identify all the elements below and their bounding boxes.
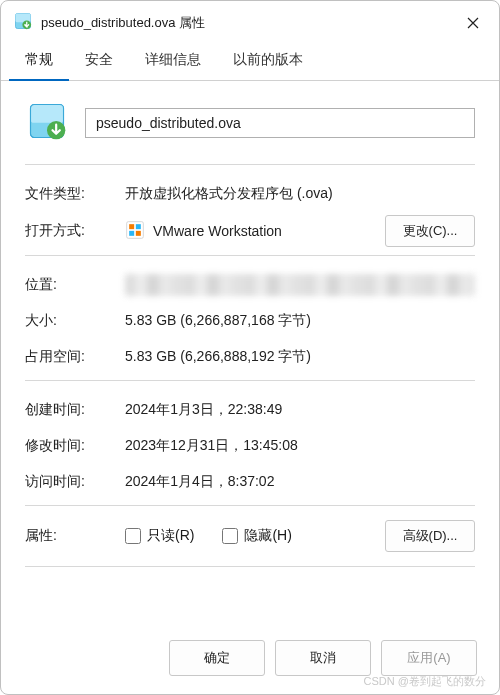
label-created: 创建时间:	[25, 401, 125, 419]
label-filetype: 文件类型:	[25, 185, 125, 203]
row-sizeondisk: 占用空间: 5.83 GB (6,266,888,192 字节)	[25, 342, 475, 372]
hidden-label: 隐藏(H)	[244, 527, 291, 545]
separator	[25, 164, 475, 165]
ok-button[interactable]: 确定	[169, 640, 265, 676]
cancel-button[interactable]: 取消	[275, 640, 371, 676]
readonly-label: 只读(R)	[147, 527, 194, 545]
value-filetype: 开放虚拟化格式分发程序包 (.ova)	[125, 185, 475, 203]
svg-rect-11	[136, 230, 141, 235]
row-accessed: 访问时间: 2024年1月4日，8:37:02	[25, 467, 475, 497]
advanced-button[interactable]: 高级(D)...	[385, 520, 475, 552]
filename-input[interactable]	[85, 108, 475, 138]
value-sizeondisk: 5.83 GB (6,266,888,192 字节)	[125, 348, 475, 366]
row-filetype: 文件类型: 开放虚拟化格式分发程序包 (.ova)	[25, 179, 475, 209]
svg-rect-8	[129, 224, 134, 229]
tab-bar: 常规 安全 详细信息 以前的版本	[1, 42, 499, 81]
value-size: 5.83 GB (6,266,887,168 字节)	[125, 312, 475, 330]
openswith-app: VMware Workstation	[153, 223, 282, 239]
titlebar: pseudo_distributed.ova 属性	[1, 1, 499, 42]
close-icon	[467, 17, 479, 29]
apply-button[interactable]: 应用(A)	[381, 640, 477, 676]
label-attributes: 属性:	[25, 527, 125, 545]
window-title: pseudo_distributed.ova 属性	[41, 14, 451, 32]
dialog-footer: 确定 取消 应用(A)	[1, 626, 499, 694]
svg-rect-4	[31, 105, 64, 123]
value-location	[125, 274, 475, 296]
attribute-checks: 只读(R) 隐藏(H) 高级(D)...	[125, 520, 475, 552]
label-size: 大小:	[25, 312, 125, 330]
tab-details[interactable]: 详细信息	[129, 43, 217, 81]
separator	[25, 380, 475, 381]
label-sizeondisk: 占用空间:	[25, 348, 125, 366]
file-type-icon	[25, 99, 69, 146]
properties-dialog: pseudo_distributed.ova 属性 常规 安全 详细信息 以前的…	[0, 0, 500, 695]
row-attributes: 属性: 只读(R) 隐藏(H) 高级(D)...	[25, 520, 475, 552]
readonly-checkbox[interactable]	[125, 528, 141, 544]
value-created: 2024年1月3日，22:38:49	[125, 401, 475, 419]
window-icon	[13, 11, 33, 34]
change-button[interactable]: 更改(C)...	[385, 215, 475, 247]
value-accessed: 2024年1月4日，8:37:02	[125, 473, 475, 491]
tab-security[interactable]: 安全	[69, 43, 129, 81]
separator	[25, 566, 475, 567]
readonly-checkbox-wrap[interactable]: 只读(R)	[125, 527, 194, 545]
label-openswith: 打开方式:	[25, 222, 125, 240]
hidden-checkbox[interactable]	[222, 528, 238, 544]
label-accessed: 访问时间:	[25, 473, 125, 491]
vmware-icon	[125, 220, 145, 243]
hidden-checkbox-wrap[interactable]: 隐藏(H)	[222, 527, 291, 545]
separator	[25, 255, 475, 256]
general-panel: 文件类型: 开放虚拟化格式分发程序包 (.ova) 打开方式: VMware W…	[1, 81, 499, 626]
row-openswith: 打开方式: VMware Workstation 更改(C)...	[25, 215, 475, 247]
row-modified: 修改时间: 2023年12月31日，13:45:08	[25, 431, 475, 461]
row-size: 大小: 5.83 GB (6,266,887,168 字节)	[25, 306, 475, 336]
row-location: 位置:	[25, 270, 475, 300]
value-modified: 2023年12月31日，13:45:08	[125, 437, 475, 455]
tab-previous-versions[interactable]: 以前的版本	[217, 43, 319, 81]
tab-general[interactable]: 常规	[9, 43, 69, 81]
svg-rect-9	[136, 224, 141, 229]
row-created: 创建时间: 2024年1月3日，22:38:49	[25, 395, 475, 425]
label-modified: 修改时间:	[25, 437, 125, 455]
svg-rect-10	[129, 230, 134, 235]
close-button[interactable]	[459, 12, 487, 34]
label-location: 位置:	[25, 276, 125, 294]
redacted-location	[125, 274, 475, 296]
separator	[25, 505, 475, 506]
value-openswith: VMware Workstation 更改(C)...	[125, 215, 475, 247]
filename-row	[25, 99, 475, 146]
